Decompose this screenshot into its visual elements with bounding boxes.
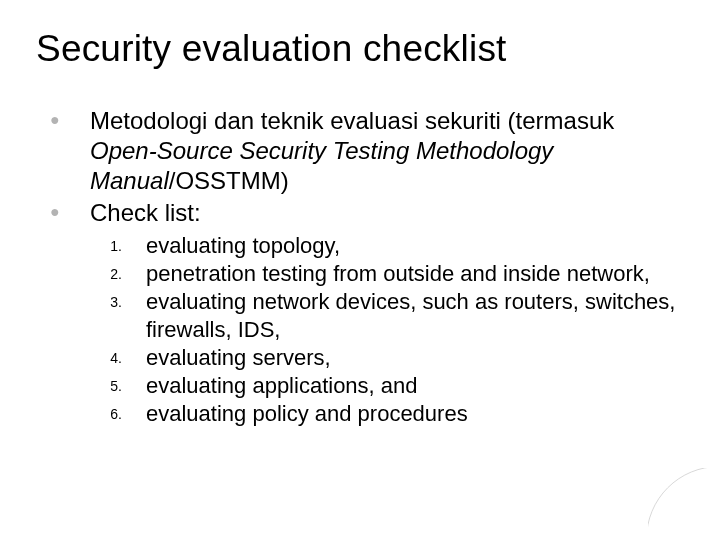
list-item: 4. evaluating servers,	[36, 344, 684, 372]
bullet-text-pre: Check list:	[90, 199, 201, 226]
list-item: 1. evaluating topology,	[36, 232, 684, 260]
list-marker: 4.	[94, 344, 146, 372]
bullet-text-italic: Open-Source Security Testing Methodology…	[90, 137, 553, 194]
slide: Security evaluation checklist ● Metodolo…	[0, 0, 720, 540]
slide-title: Security evaluation checklist	[36, 28, 684, 70]
bullet-list: ● Metodologi dan teknik evaluasi sekurit…	[36, 106, 684, 228]
list-item: 5. evaluating applications, and	[36, 372, 684, 400]
bullet-item: ● Check list:	[36, 198, 684, 228]
numbered-list: 1. evaluating topology, 2. penetration t…	[36, 232, 684, 428]
list-item: 3. evaluating network devices, such as r…	[36, 288, 684, 344]
bullet-text-post: /OSSTMM)	[169, 167, 289, 194]
list-text: evaluating policy and procedures	[146, 400, 468, 428]
bullet-text: Metodologi dan teknik evaluasi sekuriti …	[90, 106, 684, 196]
list-marker: 2.	[94, 260, 146, 288]
list-text: evaluating topology,	[146, 232, 340, 260]
list-text: penetration testing from outside and ins…	[146, 260, 650, 288]
list-marker: 1.	[94, 232, 146, 260]
bullet-icon: ●	[36, 198, 90, 226]
bullet-icon: ●	[36, 106, 90, 134]
list-item: 6. evaluating policy and procedures	[36, 400, 684, 428]
list-marker: 3.	[94, 288, 146, 316]
list-marker: 5.	[94, 372, 146, 400]
bullet-item: ● Metodologi dan teknik evaluasi sekurit…	[36, 106, 684, 196]
list-text: evaluating servers,	[146, 344, 331, 372]
bullet-text-pre: Metodologi dan teknik evaluasi sekuriti …	[90, 107, 614, 134]
list-item: 2. penetration testing from outside and …	[36, 260, 684, 288]
corner-decoration-icon	[648, 468, 720, 540]
list-text: evaluating applications, and	[146, 372, 418, 400]
bullet-text: Check list:	[90, 198, 201, 228]
list-text: evaluating network devices, such as rout…	[146, 288, 684, 344]
list-marker: 6.	[94, 400, 146, 428]
